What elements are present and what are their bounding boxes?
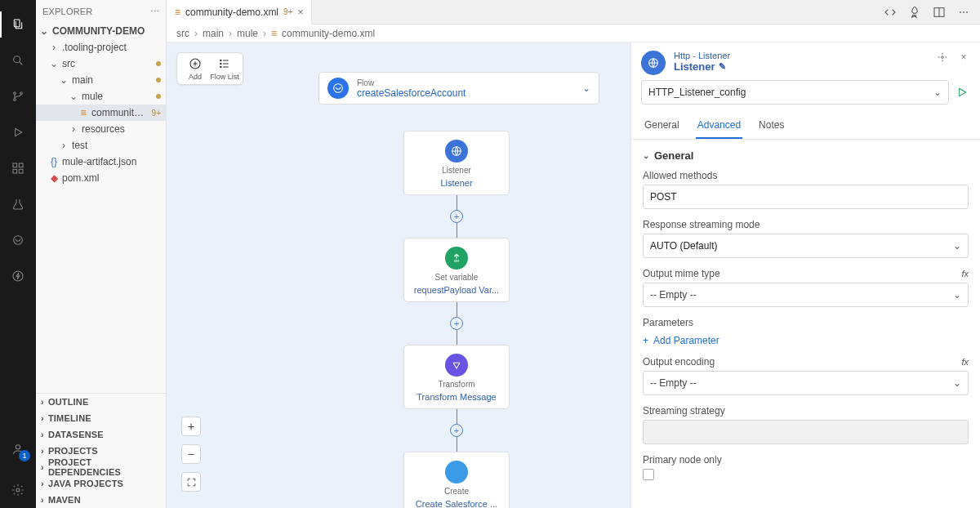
activity-explorer-icon[interactable] [0,7,36,42]
activity-branch-icon[interactable] [0,78,36,114]
tree-chevron-icon: ⌄ [59,74,69,86]
section-maven[interactable]: ›Maven [36,492,166,508]
activity-extensions-icon[interactable] [0,150,36,186]
add-node-button[interactable]: + [450,424,463,437]
crumb[interactable]: community-demo.xml [282,28,375,39]
svg-point-10 [13,271,23,281]
chevron-down-icon: ⌄ [953,289,961,301]
modified-dot-icon [156,94,161,99]
activity-bolt-icon[interactable] [0,258,36,294]
activity-mule-icon[interactable] [0,222,36,258]
component-name: Listener [674,60,715,73]
flow-node[interactable]: varSet variablerequestPayload Var... [403,238,510,302]
primary-node-checkbox[interactable] [643,469,654,480]
node-icon [445,140,468,163]
code-view-icon[interactable] [882,4,898,20]
tree-item[interactable]: ›resources [36,121,166,137]
explorer-title: Explorer [42,7,150,16]
tree-chevron-icon: {} [49,156,59,167]
tree-item[interactable]: ›test [36,137,166,154]
add-node-button[interactable]: + [450,210,463,223]
output-encoding-select[interactable]: -- Empty --⌄ [643,371,969,395]
tree-item[interactable]: ⌄mule [36,88,166,105]
tab-general[interactable]: General [643,113,681,139]
zoom-in-button[interactable]: + [181,417,201,436]
field-label: Output mime type [643,268,720,279]
rocket-icon[interactable] [906,4,923,20]
tree-item[interactable]: ≡community-...9+ [36,105,166,121]
config-select[interactable]: HTTP_Listener_config ⌄ [641,80,949,105]
section-label: Projects [48,446,98,456]
split-icon[interactable] [931,4,947,20]
listener-icon [641,51,666,75]
tab-community-demo[interactable]: ≡ community-demo.xml 9+ × [167,0,312,25]
flow-node[interactable]: CreateCreate Salesforce ... [403,452,510,508]
flow-header[interactable]: Flow createSalesforceAccount ⌄ [318,72,599,105]
section-timeline[interactable]: ›Timeline [36,410,166,426]
activity-account-icon[interactable]: 1 [0,431,36,467]
more-icon[interactable]: ⋯ [150,7,159,17]
plus-circle-icon [188,56,203,71]
activity-search-icon[interactable] [0,42,36,78]
flow-canvas[interactable]: Add Flow List Flow createSalesforceAccou… [167,42,630,508]
chevron-right-icon: › [41,430,44,439]
file-icon: ≡ [271,28,277,39]
flow-node[interactable]: ListenerListener [403,131,510,195]
fx-button[interactable]: fx [961,357,969,367]
chevron-down-icon: ⌄ [643,151,649,160]
allowed-methods-input[interactable]: POST [643,185,969,209]
output-mime-select[interactable]: -- Empty --⌄ [643,283,969,307]
svg-point-17 [220,66,221,67]
section-outline[interactable]: ›Outline [36,394,166,410]
add-node-button[interactable]: + [450,317,463,330]
fx-button[interactable]: fx [961,269,969,279]
tab-notes[interactable]: Notes [757,113,786,139]
chevron-right-icon: › [41,462,44,472]
section-datasense[interactable]: ›DataSense [36,426,166,443]
test-connection-button[interactable] [954,84,970,100]
activity-run-icon[interactable] [0,114,36,150]
crumb[interactable]: mule [237,28,258,39]
tree-chevron-icon: › [59,140,69,151]
chevron-down-icon[interactable]: ⌄ [582,82,590,94]
tree-item-label: mule-artifact.json [62,156,161,167]
svg-point-4 [20,92,23,95]
crumb[interactable]: src [176,28,189,39]
zoom-fit-button[interactable] [181,472,201,492]
node-type: Listener [442,166,471,175]
target-icon[interactable] [936,51,949,64]
more-icon[interactable]: ⋯ [956,4,972,20]
tree-item[interactable]: ⌄src [36,56,166,72]
node-name: Listener [409,178,504,188]
activity-settings-icon[interactable] [0,472,36,508]
activity-test-icon[interactable] [0,186,36,222]
tree-item[interactable]: ⌄main [36,72,166,88]
zoom-out-button[interactable]: − [181,444,201,464]
breadcrumb[interactable]: src› main› mule› ≡ community-demo.xml [167,25,980,42]
toolbox-flowlist-button[interactable]: Flow List [210,56,239,81]
add-parameter-label: Add Parameter [653,335,719,346]
tree-item[interactable]: ›.tooling-project [36,39,166,56]
edit-icon[interactable]: ✎ [719,61,726,72]
tab-advanced[interactable]: Advanced [696,113,742,139]
add-parameter-button[interactable]: +Add Parameter [643,335,719,346]
crumb[interactable]: main [203,28,224,39]
section-general[interactable]: ⌄ General [643,149,969,162]
section-projects[interactable]: ›Projects [36,443,166,459]
tree-item[interactable]: ◆pom.xml [36,170,166,186]
tree-item[interactable]: {}mule-artifact.json [36,154,166,170]
section-project-dependencies[interactable]: ›Project Dependencies [36,459,166,475]
flow-sub: Flow [357,78,466,87]
chevron-down-icon: ⌄ [39,25,49,37]
field-label: Allowed methods [643,170,717,181]
response-streaming-select[interactable]: AUTO (Default)⌄ [643,234,969,258]
workspace-root[interactable]: ⌄ Community-Demo [36,23,166,39]
close-icon[interactable]: × [957,51,970,64]
streaming-strategy-input[interactable] [643,420,969,444]
chevron-right-icon: › [41,413,44,423]
section-java-projects[interactable]: ›Java Projects [36,475,166,492]
close-icon[interactable]: × [297,7,303,18]
toolbox-add-button[interactable]: Add [180,56,210,81]
tree-item-label: community-... [91,107,149,118]
flow-node[interactable]: TransformTransform Message [403,345,510,409]
